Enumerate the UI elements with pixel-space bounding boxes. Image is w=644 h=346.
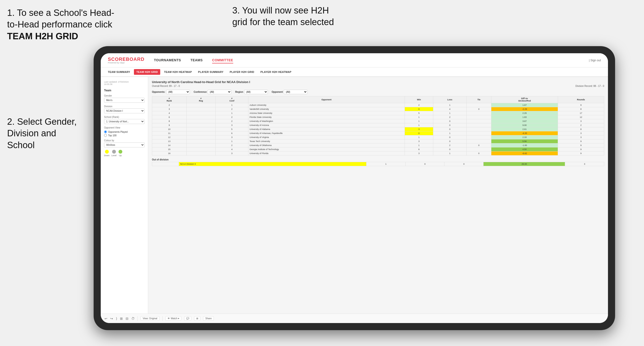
nav-item-teams[interactable]: TEAMS <box>190 57 203 63</box>
filter-row: Opponents: (All) Conference (All) Region <box>152 90 604 94</box>
cell-tie <box>466 135 491 139</box>
cell-loss: 0 <box>433 148 466 152</box>
legend-label-level: Level <box>112 154 116 157</box>
out-of-division-row: NCAA Division II 1 0 0 26.00 3 <box>152 162 604 166</box>
sub-nav-team-h2h-heatmap[interactable]: TEAM H2H HEATMAP <box>162 69 194 75</box>
cell-opponent: University of Arizona <box>248 123 404 127</box>
table-row: 3 2 Vanderbilt University 0 4 0 -2.29 8 <box>152 107 604 111</box>
cell-rank: 4 <box>152 111 186 115</box>
grid-area: University of North Carolina Head-to-Hea… <box>148 77 608 314</box>
cell-reg <box>186 111 216 115</box>
view-original-button[interactable]: View: Original <box>140 316 160 321</box>
school-label: School (Rank) <box>104 116 144 118</box>
cell-diff: 2.33 <box>491 135 558 139</box>
radio-opponents-played[interactable]: Opponents Played <box>104 130 144 133</box>
cell-opponent: University of Washington <box>248 119 404 123</box>
annotation-1: 1. To see a School's Head- to-Head perfo… <box>7 7 116 42</box>
sub-nav-team-h2h-grid[interactable]: TEAM H2H GRID <box>134 69 160 75</box>
cell-rounds: 12 <box>558 115 604 119</box>
radio-top100[interactable]: Top 100 <box>104 134 144 137</box>
table-row: 2 1 Auburn University 2 1 1.67 9 <box>152 103 604 107</box>
cell-rank: 13 <box>152 139 186 143</box>
sub-nav-player-summary[interactable]: PLAYER SUMMARY <box>196 69 226 75</box>
copy-icon[interactable]: ⊞ <box>120 317 123 321</box>
undo-icon[interactable]: ↩ <box>104 317 107 321</box>
cell-loss: 0 <box>433 135 466 139</box>
cell-diff: -4.33 <box>491 131 558 135</box>
cell-rounds: 3 <box>558 131 604 135</box>
sub-nav-team-summary[interactable]: TEAM SUMMARY <box>106 69 132 75</box>
gender-label: Gender <box>104 94 144 97</box>
watch-button[interactable]: 👁 Watch ▾ <box>166 316 182 321</box>
nav-item-tournaments[interactable]: TOURNAMENTS <box>154 57 181 63</box>
chat-button[interactable]: 💬 <box>184 316 191 321</box>
sign-out[interactable]: | Sign out <box>589 59 601 62</box>
sub-nav-player-h2h-heatmap[interactable]: PLAYER H2H HEATMAP <box>258 69 294 75</box>
table-row: 8 2 University of Washington 1 0 3.67 3 <box>152 119 604 123</box>
cell-tie <box>466 103 491 107</box>
region-filter-select[interactable]: (All) <box>244 90 268 94</box>
cell-loss: 1 <box>433 131 466 135</box>
cell-opponent: University of Florida <box>248 152 404 156</box>
sub-nav: TEAM SUMMARY TEAM H2H GRID TEAM H2H HEAT… <box>101 67 608 77</box>
logo: SCOREBOARD Powered by clippi <box>108 57 144 64</box>
colour-by-select[interactable]: Win/loss Score <box>104 143 144 148</box>
clock-icon[interactable]: ⏱ <box>131 317 135 321</box>
school-select[interactable]: 1. University of Nort... <box>104 119 144 124</box>
cell-diff: 1.83 <box>491 115 558 119</box>
out-div-diff: 26.00 <box>483 162 565 166</box>
cell-tie <box>466 131 491 135</box>
cell-rank: 8 <box>152 119 186 123</box>
cell-loss: 0 <box>433 127 466 131</box>
grid-button[interactable]: ⊞ <box>194 316 200 321</box>
col-reg: #Reg <box>186 96 216 103</box>
annotation2-line3: School <box>7 140 34 150</box>
division-select[interactable]: NCAA Division I NCAA Division II NCAA Di… <box>104 108 144 113</box>
cell-rounds: 9 <box>558 152 604 156</box>
opponent-filter-select[interactable]: (All) <box>284 90 308 94</box>
cell-rank: 3 <box>152 107 186 111</box>
nav-item-committee[interactable]: COMMITTEE <box>212 57 233 63</box>
out-div-tie: 0 <box>444 162 484 166</box>
out-div-rounds: 3 <box>565 162 604 166</box>
division-label: Division <box>104 105 144 108</box>
gender-select[interactable]: Men's Women's <box>104 98 144 103</box>
cell-opponent: Arizona State University <box>248 111 404 115</box>
sub-nav-player-h2h-grid[interactable]: PLAYER H2H GRID <box>227 69 257 75</box>
paste-icon[interactable]: ⊟ <box>126 317 128 321</box>
cell-tie <box>466 115 491 119</box>
forward-icon[interactable]: ⟩ <box>116 317 117 321</box>
col-diff: Diff AvStrokes/Rnd <box>491 96 558 103</box>
cell-loss: 0 <box>433 139 466 143</box>
cell-tie: 0 <box>466 152 491 156</box>
redo-icon[interactable]: ↪ <box>110 317 113 321</box>
opponents-filter-select[interactable]: (All) <box>166 90 190 94</box>
tablet: SCOREBOARD Powered by clippi TOURNAMENTS… <box>94 46 615 330</box>
cell-opponent: University of Virginia <box>248 135 404 139</box>
cell-rounds: 9 <box>558 103 604 107</box>
cell-win: 1 <box>404 143 433 148</box>
opponent-view-label: Opponent View <box>104 126 144 129</box>
record-row: Overall Record: 89 - 17 - 0 Division Rec… <box>152 85 604 87</box>
cell-win: 1 <box>404 115 433 119</box>
cell-win: 1 <box>404 135 433 139</box>
table-row: 9 3 University of Arizona 1 0 9.00 2 <box>152 123 604 127</box>
share-button[interactable]: Share <box>203 316 214 321</box>
cell-diff: 5.56 <box>491 139 558 143</box>
table-row: 15 4 Georgia Institute of Technology 6 0… <box>152 148 604 152</box>
col-conf: #Conf <box>216 96 248 103</box>
annotation1-line2: to-Head performance click <box>7 19 112 29</box>
cell-tie <box>466 111 491 115</box>
cell-tie: 0 <box>466 107 491 111</box>
cell-conf: 3 <box>216 123 248 127</box>
toolbar: ↩ ↪ ⟩ ⊞ ⊟ ⏱ View: Original 👁 Watch ▾ 💬 ⊞… <box>101 314 608 323</box>
conference-filter-select[interactable]: (All) <box>208 90 231 94</box>
cell-reg <box>186 139 216 143</box>
cell-conf: 2 <box>216 107 248 111</box>
table-row: 12 3 University of Virginia 1 0 2.33 3 <box>152 135 604 139</box>
annotation-3: 3. You will now see H2H grid for the tea… <box>232 5 398 28</box>
annotation3-line2: grid for the team selected <box>232 17 334 27</box>
cell-diff: 4.50 <box>491 148 558 152</box>
cell-reg <box>186 148 216 152</box>
cell-win: 1 <box>404 119 433 123</box>
